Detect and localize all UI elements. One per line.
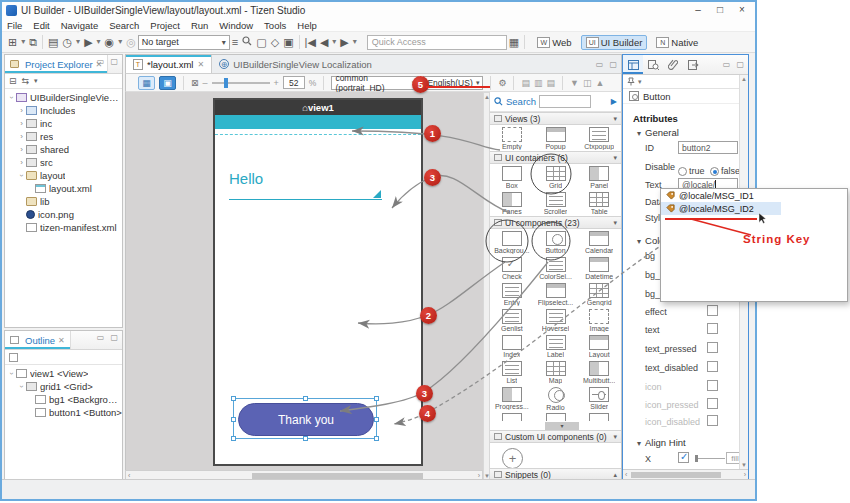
x-align-slider[interactable]: [695, 458, 725, 459]
collapse-all-icon[interactable]: ⊟: [9, 76, 17, 86]
tree-row-lib[interactable]: lib: [5, 195, 122, 208]
palette-item-background[interactable]: Backgrou...: [490, 229, 534, 255]
palette-item-flipselector[interactable]: Flipselect...: [534, 281, 578, 307]
tree-row-includes[interactable]: ›Includes: [5, 104, 122, 117]
search-go-icon[interactable]: ▶: [611, 97, 617, 106]
scroll-left-icon[interactable]: ‹: [625, 470, 627, 479]
profile-selector[interactable]: common (portrait_HD): [331, 76, 419, 90]
palette-item-scroller[interactable]: Scroller: [534, 190, 578, 216]
icon-color-checkbox[interactable]: [707, 380, 718, 391]
zoom-slider[interactable]: [212, 82, 270, 84]
collapse-icon[interactable]: ▾: [613, 115, 617, 123]
thank-you-button[interactable]: Thank you: [238, 403, 374, 436]
debug-icon[interactable]: ◉: [103, 33, 117, 51]
section-containers[interactable]: UI containers (6)▾: [490, 151, 621, 164]
palette-item-datetime[interactable]: Datetime: [577, 255, 621, 281]
entry-widget[interactable]: Hello: [229, 170, 263, 187]
expander-icon[interactable]: ›: [17, 119, 26, 128]
target-selector[interactable]: No target: [138, 35, 230, 50]
section-custom[interactable]: Custom UI components (0)▾: [490, 430, 621, 443]
phone-mockup[interactable]: ⌂view1 Hello Thank you: [213, 98, 423, 466]
tab-preview-icon[interactable]: [643, 55, 663, 74]
palette-item-progressbar[interactable]: Progress...: [490, 385, 534, 411]
close-tab-icon[interactable]: ✕: [58, 336, 65, 345]
expand-icon[interactable]: ▴: [613, 471, 617, 479]
selection-box[interactable]: Thank you: [233, 398, 377, 439]
outline-mode-icon[interactable]: [9, 353, 18, 362]
minimize-maximize-icons[interactable]: ▭ ▢: [97, 333, 120, 342]
tab-link-icon[interactable]: [663, 55, 683, 74]
x-align-checkbox[interactable]: [678, 452, 689, 463]
zoom-level-input[interactable]: 52: [283, 76, 305, 89]
tree-row-layout[interactable]: ›layout: [5, 169, 122, 182]
palette-item-panel[interactable]: Panel: [577, 164, 621, 190]
forward-dropdown-icon[interactable]: ▾: [351, 33, 359, 51]
pin-icon[interactable]: [627, 77, 635, 86]
palette-item-list[interactable]: List: [490, 359, 534, 385]
menu-search[interactable]: Search: [109, 20, 139, 31]
outline-row-bg1[interactable]: bg1 <Background>: [5, 393, 122, 406]
menu-window[interactable]: Window: [219, 20, 253, 31]
palette-item-panes[interactable]: Panes: [490, 190, 534, 216]
perspective-web-button[interactable]: W Web: [532, 35, 576, 50]
outline-row-grid1[interactable]: ›grid1 <Grid>: [5, 380, 122, 393]
palette-item-colorselector[interactable]: ColorSel...: [534, 255, 578, 281]
text-disabled-checkbox[interactable]: [707, 361, 718, 372]
menu-run[interactable]: Run: [191, 20, 208, 31]
expander-icon[interactable]: ›: [7, 93, 16, 102]
palette-item-map[interactable]: Map: [534, 359, 578, 385]
new-dropdown-icon[interactable]: ▾: [19, 33, 27, 51]
id-input[interactable]: button2: [678, 141, 738, 154]
menu-help[interactable]: Help: [297, 20, 317, 31]
quick-access-input[interactable]: Quick Access: [367, 35, 507, 50]
palette-item-partial[interactable]: [534, 411, 578, 421]
palette-item-partial[interactable]: [490, 411, 534, 421]
palette-item-grid[interactable]: Grid: [534, 164, 578, 190]
resize-handle[interactable]: [303, 436, 308, 441]
menu-file[interactable]: File: [7, 20, 22, 31]
entry-resize-grip[interactable]: [373, 190, 381, 198]
palette-item-ctxpopup[interactable]: Ctxpopup: [577, 125, 621, 151]
pin-dropdown-icon[interactable]: ▾: [638, 78, 642, 86]
expander-icon[interactable]: ›: [17, 132, 26, 141]
expander-icon[interactable]: ›: [17, 171, 26, 180]
run-icon[interactable]: ▶: [82, 33, 94, 51]
build-icon[interactable]: ◷: [61, 33, 75, 51]
expander-icon[interactable]: ›: [17, 158, 26, 167]
tree-row-res[interactable]: ›res: [5, 130, 122, 143]
search-tool-icon[interactable]: [240, 33, 254, 51]
zoom-out-icon[interactable]: –: [203, 78, 208, 88]
palette-scrollbar[interactable]: ▲▼: [483, 92, 490, 481]
view-menu-icon[interactable]: ▾: [34, 77, 38, 85]
perspective-open-icon[interactable]: ▦: [507, 33, 521, 51]
palette-item-label[interactable]: Label: [534, 333, 578, 359]
last-edit-icon[interactable]: |◀: [303, 33, 318, 51]
tab-localization[interactable]: ⊕ UIBuilderSingleView Localization: [212, 55, 379, 73]
menu-edit[interactable]: Edit: [33, 20, 49, 31]
tree-row-shared[interactable]: ›shared: [5, 143, 122, 156]
palette-item-box[interactable]: Box: [490, 164, 534, 190]
minimize-maximize-icons[interactable]: ▭ ▢: [97, 57, 120, 66]
debug-dropdown-icon[interactable]: ▾: [116, 33, 124, 51]
disable-false-radio[interactable]: false: [710, 160, 740, 178]
fit-to-screen-icon[interactable]: ⊠: [191, 78, 199, 88]
section-components[interactable]: UI components (23)▾: [490, 216, 621, 229]
scroll-down-icon[interactable]: ▼: [740, 462, 748, 468]
expander-icon[interactable]: ›: [17, 145, 26, 154]
palette-item-partial[interactable]: [577, 411, 621, 421]
grid-view-toggle[interactable]: ▣: [159, 76, 176, 90]
save-icon[interactable]: ▤: [46, 33, 60, 51]
tree-row-layout-xml[interactable]: layout.xml: [5, 182, 122, 195]
palette-item-slider[interactable]: Slider: [577, 385, 621, 411]
text-pressed-checkbox[interactable]: [707, 342, 718, 353]
resize-handle[interactable]: [374, 436, 379, 441]
expander-icon[interactable]: ›: [7, 369, 16, 378]
minimize-maximize-icons[interactable]: ▭ ▢: [723, 60, 746, 69]
resize-handle[interactable]: [231, 396, 236, 401]
palette-item-genlist[interactable]: Genlist: [490, 307, 534, 333]
zoom-in-icon[interactable]: +: [274, 78, 279, 88]
palette-item-empty[interactable]: Empty: [490, 125, 534, 151]
tree-row-manifest[interactable]: tizen-manifest.xml: [5, 221, 122, 234]
effect-checkbox[interactable]: [707, 305, 718, 316]
maximize-button[interactable]: □: [709, 2, 731, 18]
